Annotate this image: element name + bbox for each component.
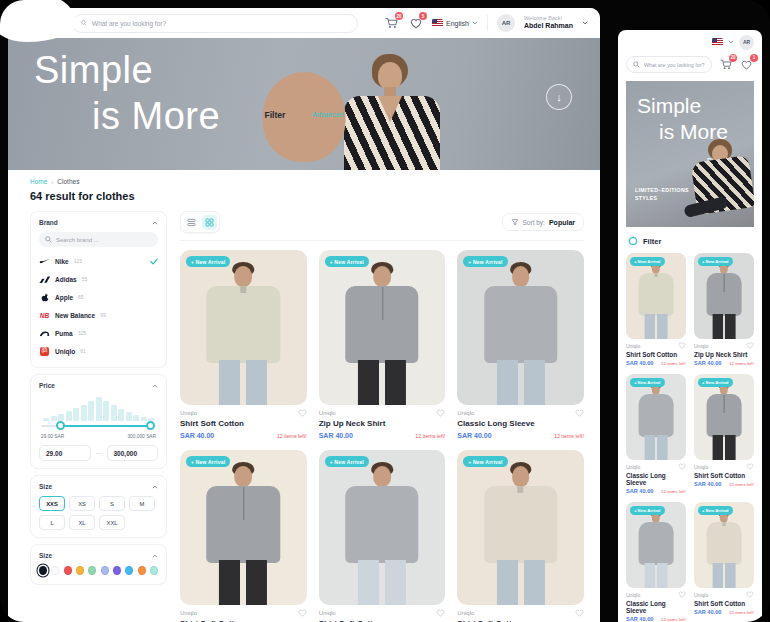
product-title: Shirt Soft Cotton	[626, 351, 686, 358]
brand-option-uniqlo[interactable]: UNI QLO Uniqlo 61	[39, 342, 158, 360]
size-chip-s[interactable]: S	[99, 496, 125, 511]
color-swatch[interactable]	[39, 566, 47, 575]
product-image: + New Arrival	[457, 250, 584, 405]
color-swatch[interactable]	[150, 566, 158, 575]
size-chip-m[interactable]: M	[129, 496, 155, 511]
product-card[interactable]: + New Arrival Uniqlo Zip Up Neck Shirt S…	[319, 250, 446, 439]
cart-button[interactable]: 20	[718, 58, 733, 72]
chevron-down-icon[interactable]	[728, 39, 734, 45]
price-min-input[interactable]: 29.00	[39, 445, 91, 461]
wishlist-heart-icon[interactable]	[746, 463, 754, 470]
user-chevron-down-icon[interactable]	[582, 20, 588, 26]
color-swatch[interactable]	[101, 566, 109, 575]
uniqlo-logo-icon: UNI QLO	[39, 347, 50, 356]
product-card[interactable]: + New Arrival Uniqlo Classic Long Sleeve…	[457, 250, 584, 439]
product-card[interactable]: + New Arrival Uniqlo Shirt Soft Cotton S…	[694, 502, 754, 622]
price-min-handle[interactable]	[56, 421, 65, 430]
brand-option-nike[interactable]: Nike 123	[39, 252, 158, 270]
new-arrival-badge: + New Arrival	[463, 456, 507, 467]
price-max-handle[interactable]	[146, 421, 155, 430]
wishlist-heart-icon[interactable]	[678, 591, 686, 598]
wishlist-heart-icon[interactable]	[436, 609, 445, 617]
wishlist-button[interactable]: 1	[739, 58, 754, 72]
product-card[interactable]: + New Arrival Uniqlo Classic Long Sleeve…	[626, 502, 686, 622]
wishlist-heart-icon[interactable]	[746, 342, 754, 349]
product-card[interactable]: + New Arrival Uniqlo Classic Long Sleeve…	[626, 374, 686, 494]
color-swatches	[39, 565, 158, 577]
size-chip-xxs[interactable]: XXS	[39, 496, 65, 511]
user-menu[interactable]: Welcome Back! Abdel Rahman	[524, 15, 573, 31]
size-chip-xxl[interactable]: XXL	[99, 515, 125, 530]
brand-option-new-balance[interactable]: NB New Balance 99	[39, 306, 158, 324]
product-price: SAR 40.00	[180, 432, 214, 439]
list-view-button[interactable]	[184, 215, 199, 230]
color-swatch[interactable]	[125, 566, 133, 575]
collapse-chevron-up-icon[interactable]	[152, 383, 158, 389]
screenshot-canvas: What are you looking for? 20 5 English A…	[0, 0, 770, 622]
brand-option-adidas[interactable]: Adidas 55	[39, 270, 158, 288]
grid-view-button[interactable]	[202, 215, 217, 230]
wishlist-heart-icon[interactable]	[436, 409, 445, 417]
product-card[interactable]: + New Arrival Uniqlo Shirt Soft Cotton S…	[457, 450, 584, 622]
wishlist-heart-icon[interactable]	[575, 609, 584, 617]
wishlist-heart-icon[interactable]	[298, 609, 307, 617]
product-model-photo	[457, 250, 584, 405]
us-flag-icon[interactable]	[712, 38, 723, 46]
product-card[interactable]: + New Arrival Uniqlo Shirt Soft Cotton S…	[180, 450, 307, 622]
cart-button[interactable]: 20	[384, 16, 399, 30]
color-swatch[interactable]	[138, 566, 146, 575]
chevron-down-icon	[472, 20, 478, 26]
size-chip-l[interactable]: L	[39, 515, 65, 530]
search-input[interactable]: What are you looking for?	[72, 14, 358, 33]
search-input[interactable]: What are you looking for?	[626, 56, 712, 73]
collapse-chevron-up-icon[interactable]	[152, 220, 158, 226]
language-selector[interactable]: English	[432, 19, 478, 27]
avatar[interactable]: AR	[739, 35, 754, 50]
color-swatch[interactable]	[113, 566, 121, 575]
sort-by-dropdown[interactable]: Sort by: Popular	[502, 213, 584, 231]
wishlist-heart-icon[interactable]	[575, 409, 584, 417]
stock-warning: 12 items left!	[415, 433, 445, 439]
cart-badge: 20	[395, 12, 403, 20]
wishlist-heart-icon[interactable]	[298, 409, 307, 417]
product-card[interactable]: + New Arrival Uniqlo Shirt Soft Cotton S…	[694, 374, 754, 494]
wishlist-heart-icon[interactable]	[746, 591, 754, 598]
new-arrival-badge: + New Arrival	[630, 257, 665, 266]
product-card[interactable]: + New Arrival Uniqlo Shirt Soft Cotton S…	[319, 450, 446, 622]
filter-icon	[628, 236, 638, 246]
color-swatch[interactable]	[76, 566, 84, 575]
search-icon	[633, 61, 640, 68]
price-max-input[interactable]: 300,000	[107, 445, 159, 461]
product-card[interactable]: + New Arrival Uniqlo Shirt Soft Cotton S…	[626, 253, 686, 366]
color-swatch[interactable]	[64, 566, 72, 575]
product-image: + New Arrival	[626, 253, 686, 339]
collapse-chevron-up-icon[interactable]	[152, 484, 158, 490]
wishlist-heart-icon[interactable]	[678, 342, 686, 349]
view-toggle	[180, 211, 220, 233]
product-card[interactable]: + New Arrival Uniqlo Shirt Soft Cotton S…	[180, 250, 307, 439]
wishlist-heart-icon[interactable]	[678, 463, 686, 470]
brand-option-puma[interactable]: Puma 325	[39, 324, 158, 342]
color-swatch[interactable]	[51, 566, 59, 575]
breadcrumb-home[interactable]: Home	[30, 178, 47, 185]
scroll-down-button[interactable]: ↓	[546, 84, 572, 110]
color-swatch[interactable]	[88, 566, 96, 575]
mobile-filter-button[interactable]: Filter	[618, 227, 762, 253]
advanced-filter-link[interactable]: Advanced	[312, 111, 343, 118]
collapse-chevron-up-icon[interactable]	[152, 553, 158, 559]
color-filter-section: Size	[30, 544, 167, 585]
mobile-product-grid: + New Arrival Uniqlo Shirt Soft Cotton S…	[618, 253, 762, 622]
product-price: SAR 40.00	[626, 488, 653, 494]
size-chip-xs[interactable]: XS	[69, 496, 95, 511]
brand-search-input[interactable]: Search brand ...	[39, 232, 158, 247]
avatar[interactable]: AR	[497, 14, 515, 32]
product-title: Shirt Soft Cotton	[694, 600, 754, 607]
new-arrival-badge: + New Arrival	[463, 256, 507, 267]
product-card[interactable]: + New Arrival Uniqlo Zip Up Neck Shirt S…	[694, 253, 754, 366]
product-price: SAR 40.00	[319, 432, 353, 439]
size-chip-xl[interactable]: XL	[69, 515, 95, 530]
price-range-slider[interactable]	[41, 421, 156, 431]
wishlist-button[interactable]: 5	[408, 16, 423, 30]
brand-option-apple[interactable]: Apple 65	[39, 288, 158, 306]
product-image: + New Arrival	[319, 250, 446, 405]
